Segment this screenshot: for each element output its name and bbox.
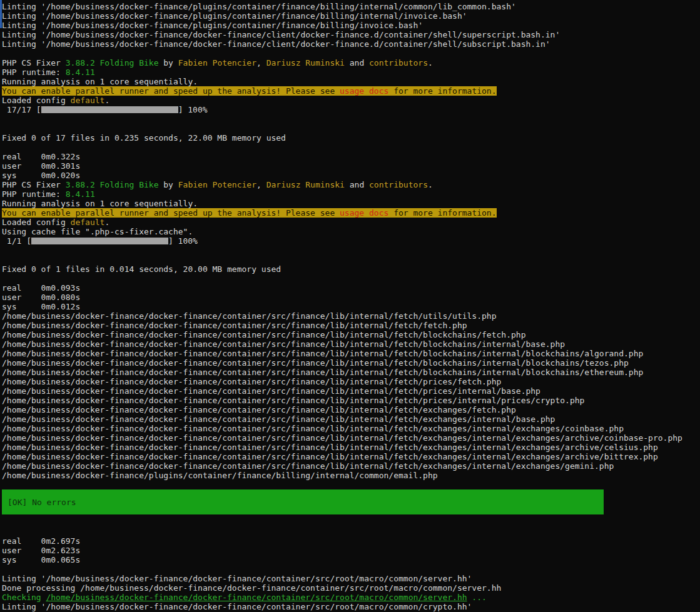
terminal-line: PHP CS Fixer 3.88.2 Folding Bike by Fabi… (2, 58, 700, 68)
terminal-text: user 0m2.623s (2, 546, 80, 555)
terminal-text: /home/business/docker-finance/docker-fin… (2, 405, 516, 414)
terminal-text: Running analysis on 1 core sequentially. (2, 77, 198, 86)
terminal-line: Done processing /home/business/docker-fi… (2, 583, 700, 593)
terminal-line: /home/business/docker-finance/docker-fin… (2, 349, 700, 358)
terminal-text: Fabien Potencier (178, 180, 256, 189)
terminal-line (2, 124, 700, 133)
terminal-line: /home/business/docker-finance/docker-fin… (2, 330, 700, 339)
terminal-text: You can enable parallel runner and speed… (2, 208, 340, 218)
terminal-line (2, 49, 700, 58)
terminal-text: /home/business/docker-finance/docker-fin… (2, 339, 565, 349)
terminal-line (2, 246, 700, 255)
terminal-text: Checking (2, 593, 46, 602)
terminal-line: PHP runtime: 8.4.11 (2, 68, 700, 77)
terminal-text: user 0m0.080s (2, 293, 80, 302)
terminal-line: Running analysis on 1 core sequentially. (2, 199, 700, 208)
terminal-line: Linting '/home/business/docker-finance/p… (2, 2, 700, 11)
terminal-line: /home/business/docker-finance/docker-fin… (2, 433, 700, 443)
terminal-text: /home/business/docker-finance/plugins/co… (2, 471, 438, 480)
progress-label: 17/17 [ (2, 105, 41, 114)
terminal-text: Done processing /home/business/docker-fi… (2, 583, 501, 593)
terminal-text: Linting '/home/business/docker-finance/p… (2, 11, 467, 21)
terminal-line: Linting '/home/business/docker-finance/d… (2, 602, 700, 611)
terminal-line (2, 255, 700, 264)
terminal-text: Using cache file ".php-cs-fixer.cache". (2, 227, 193, 236)
progress-bar (41, 106, 178, 113)
terminal-line: /home/business/docker-finance/docker-fin… (2, 311, 700, 321)
terminal-text: contributors (369, 180, 428, 189)
progress-percent: ] 100% (178, 105, 208, 114)
terminal-text: contributors (369, 58, 428, 68)
terminal-text: PHP runtime: (2, 68, 66, 77)
terminal-text: /home/business/docker-finance/docker-fin… (2, 396, 584, 405)
terminal-line: user 0m0.301s (2, 161, 700, 171)
progress-label: 1/1 [ (2, 236, 31, 246)
terminal-text: Linting '/home/business/docker-finance/d… (2, 39, 550, 49)
terminal-line: /home/business/docker-finance/docker-fin… (2, 443, 700, 452)
terminal-text: /home/business/docker-finance/docker-fin… (2, 321, 467, 330)
terminal-line (2, 480, 700, 489)
usage-docs-link[interactable]: usage docs (340, 208, 388, 218)
terminal-line: /home/business/docker-finance/docker-fin… (2, 368, 700, 377)
terminal-line: Using cache file ".php-cs-fixer.cache". (2, 227, 700, 236)
terminal-line (2, 518, 700, 527)
terminal-line: You can enable parallel runner and speed… (2, 208, 700, 218)
terminal-text: ... (467, 593, 487, 602)
terminal-line: user 0m0.080s (2, 293, 700, 302)
terminal-text: 3.88.2 Folding Bike (66, 180, 159, 189)
terminal-line: /home/business/docker-finance/docker-fin… (2, 396, 700, 405)
terminal-text: /home/business/docker-finance/docker-fin… (2, 461, 614, 471)
terminal-line: /home/business/docker-finance/docker-fin… (2, 386, 700, 396)
terminal-line (2, 114, 700, 124)
terminal-text: sys 0m0.012s (2, 302, 80, 311)
terminal-text: Loaded config (2, 218, 71, 227)
terminal-text: /home/business/docker-finance/docker-fin… (2, 311, 497, 321)
terminal-text: Linting '/home/business/docker-finance/p… (2, 21, 423, 30)
terminal-text: real 0m0.093s (2, 283, 80, 293)
terminal-text: PHP CS Fixer (2, 58, 66, 68)
terminal-text: Fixed 0 of 17 files in 0.235 seconds, 22… (2, 133, 286, 143)
terminal-text: and (345, 58, 369, 68)
terminal-text: Linting '/home/business/docker-finance/p… (2, 2, 516, 11)
terminal-line: real 0m2.697s (2, 536, 700, 546)
terminal-text: /home/business/docker-finance/docker-fin… (2, 433, 682, 443)
terminal-text: /home/business/docker-finance/docker-fin… (2, 452, 658, 461)
terminal-text: 3.88.2 Folding Bike (66, 58, 159, 68)
progress-percent: ] 100% (168, 236, 198, 246)
terminal-text: 8.4.11 (66, 189, 95, 199)
terminal-line: Linting '/home/business/docker-finance/p… (2, 11, 700, 21)
terminal-line: Running analysis on 1 core sequentially. (2, 77, 700, 86)
terminal-line: Linting '/home/business/docker-finance/d… (2, 30, 700, 39)
terminal-line: /home/business/docker-finance/docker-fin… (2, 452, 700, 461)
terminal-line: Linting '/home/business/docker-finance/p… (2, 21, 700, 30)
progress-line: 17/17 [] 100% (2, 105, 700, 114)
terminal-line (2, 564, 700, 574)
terminal-line: sys 0m0.065s (2, 555, 700, 564)
usage-docs-link[interactable]: usage docs (340, 86, 388, 96)
terminal-text: for more information. (388, 86, 496, 96)
terminal-text: You can enable parallel runner and speed… (2, 86, 340, 96)
terminal-text: and (345, 180, 369, 189)
terminal-line: PHP runtime: 8.4.11 (2, 189, 700, 199)
terminal-text: , (256, 58, 266, 68)
terminal-line: Loaded config default. (2, 218, 700, 227)
terminal-line (2, 527, 700, 536)
terminal-text: Fixed 0 of 1 files in 0.014 seconds, 20.… (2, 264, 281, 274)
terminal-text: Running analysis on 1 core sequentially. (2, 199, 198, 208)
terminal-text: . (104, 96, 109, 105)
terminal-text: . (104, 218, 109, 227)
terminal-text: 8.4.11 (66, 68, 95, 77)
terminal-text: default (71, 218, 105, 227)
terminal-text: /home/business/docker-finance/docker-fin… (2, 349, 643, 358)
terminal-line: Loaded config default. (2, 96, 700, 105)
progress-line: 1/1 [] 100% (2, 236, 700, 246)
terminal-text: for more information. (388, 208, 496, 218)
terminal-output[interactable]: Linting '/home/business/docker-finance/p… (0, 0, 700, 611)
terminal-text: /home/business/docker-finance/docker-fin… (2, 386, 540, 396)
terminal-text: /home/business/docker-finance/docker-fin… (46, 593, 467, 602)
terminal-line (2, 274, 700, 283)
terminal-text: default (71, 96, 105, 105)
terminal-text: /home/business/docker-finance/docker-fin… (2, 358, 629, 368)
terminal-text: /home/business/docker-finance/docker-fin… (2, 368, 643, 377)
terminal-text: PHP CS Fixer (2, 180, 66, 189)
